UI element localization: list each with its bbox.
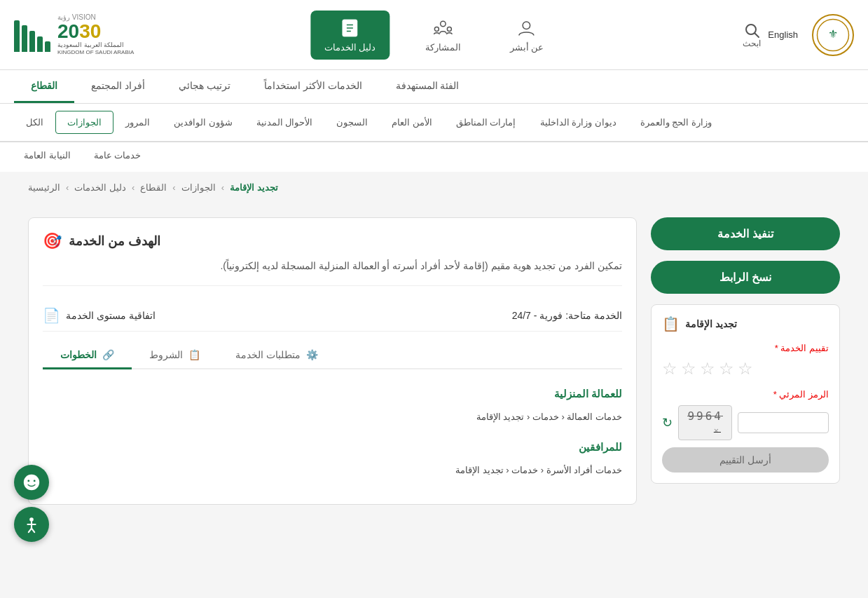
nav-service-guide-label: دليل الخدمات (324, 42, 376, 53)
breadcrumb-current: تجديد الإقامة (230, 182, 278, 193)
sector-diwan[interactable]: ديوان وزارة الداخلية (528, 111, 628, 134)
goal-header: الهدف من الخدمة 🎯 (43, 232, 622, 250)
sector-prosecution[interactable]: النيابة العامة (14, 146, 81, 165)
tab-conditions-label: الشروط (149, 349, 183, 360)
svg-point-13 (27, 480, 29, 482)
tab-most-used[interactable]: الخدمات الأكثر استخداماً (247, 70, 379, 103)
sector-security[interactable]: الأمن العام (380, 111, 444, 134)
goal-title: الهدف من الخدمة (69, 233, 160, 249)
kingdom-text: المملكة العربية السعودية (57, 41, 124, 49)
header-right: ⚜ ابحث English (743, 14, 854, 56)
star-4[interactable]: ☆ (719, 359, 734, 379)
star-5[interactable]: ☆ (738, 359, 753, 379)
sla-agreement: اتفاقية مستوى الخدمة 📄 (43, 307, 156, 324)
sector-passports[interactable]: الجوازات (55, 111, 113, 134)
tabs-bar: الفئة المستهدفة الخدمات الأكثر استخداماً… (0, 70, 868, 104)
captcha-input[interactable] (738, 412, 829, 433)
star-1[interactable]: ☆ (662, 359, 677, 379)
star-2[interactable]: ☆ (681, 359, 696, 379)
step-group-domestic: للعمالة المنزلية خدمات العمالة ‹ خدمات ‹… (43, 383, 622, 426)
sector-hajj[interactable]: وزارة الحج والعمرة (628, 111, 724, 134)
breadcrumb: تجديد الإقامة › الجوازات › القطاع › دليل… (0, 172, 868, 203)
step-group-companions: للمرافقين خدمات أفراد الأسرة ‹ خدمات ‹ ت… (43, 437, 622, 480)
search-button[interactable]: ابحث (743, 22, 761, 48)
rating-label: تقييم الخدمة * (662, 343, 829, 353)
nav-item-about[interactable]: عن أبشر (496, 11, 558, 60)
sectors-bar: وزارة الحج والعمرة ديوان وزارة الداخلية … (0, 104, 868, 142)
svg-point-14 (34, 480, 36, 482)
availability-label: الخدمة متاحة: فورية - 24/7 (512, 310, 622, 321)
tab-alphabetical[interactable]: ترتيب هجائي (162, 70, 247, 103)
service-title: تجديد الإقامة (685, 318, 737, 329)
stars-container: ☆ ☆ ☆ ☆ ☆ (662, 359, 829, 379)
step-companions-path: خدمات أفراد الأسرة ‹ خدمات ‹ تجديد الإقا… (43, 461, 622, 480)
english-link[interactable]: English (768, 29, 798, 40)
captcha-refresh-button[interactable]: ↻ (662, 415, 673, 430)
chat-smiley-button[interactable] (14, 465, 49, 500)
nav-item-participation[interactable]: المشاركة (411, 11, 475, 60)
copy-link-button[interactable]: نسخ الرابط (651, 261, 840, 294)
tab-requirements-icon: ⚙️ (306, 349, 318, 360)
captcha-section: الرمز المرئي * 9964 ✕ ↻ (662, 389, 829, 440)
svg-point-7 (447, 27, 451, 31)
tab-conditions[interactable]: 📋 الشروط (132, 342, 218, 369)
sector-emirates[interactable]: إمارات المناطق (444, 111, 528, 134)
execute-service-button[interactable]: تنفيذ الخدمة (651, 217, 840, 250)
goal-description: تمكين الفرد من تجديد هوية مقيم (إقامة لأ… (43, 257, 622, 286)
tab-steps[interactable]: 🔗 الخطوات (43, 342, 132, 369)
breadcrumb-service-guide[interactable]: دليل الخدمات (74, 182, 126, 193)
captcha-image: 9964 ✕ (678, 405, 732, 440)
breadcrumb-home[interactable]: الرئيسية (28, 182, 60, 193)
search-label: ابحث (743, 39, 761, 48)
star-3[interactable]: ☆ (700, 359, 715, 379)
tab-steps-icon: 🔗 (102, 349, 114, 360)
sector-expats[interactable]: شؤون الوافدين (162, 111, 244, 134)
captcha-row: 9964 ✕ ↻ (662, 405, 829, 440)
goal-icon: 🎯 (43, 232, 62, 250)
sector-traffic[interactable]: المرور (113, 111, 162, 134)
tab-society[interactable]: أفراد المجتمع (74, 70, 162, 103)
submit-rating-button[interactable]: أرسل التقييم (662, 447, 829, 473)
svg-text:⚜: ⚜ (828, 28, 838, 40)
main-content: تنفيذ الخدمة نسخ الرابط تجديد الإقامة 📋 … (0, 203, 868, 519)
sla-icon: 📄 (43, 307, 60, 324)
tab-sector[interactable]: القطاع (14, 70, 74, 103)
service-card: تجديد الإقامة 📋 تقييم الخدمة * ☆ ☆ ☆ ☆ ☆… (651, 304, 840, 484)
sector-all[interactable]: الكل (14, 111, 55, 134)
sector-general-services[interactable]: خدمات عامة (84, 146, 151, 165)
abshir-logo (14, 17, 50, 52)
main-header: ⚜ ابحث English عن أبشر (0, 0, 868, 70)
service-title-row: تجديد الإقامة 📋 (662, 315, 829, 332)
breadcrumb-passports[interactable]: الجوازات (181, 182, 216, 193)
svg-point-4 (523, 22, 531, 29)
tabs-container: الفئة المستهدفة الخدمات الأكثر استخداماً… (14, 70, 854, 103)
tab-requirements[interactable]: ⚙️ متطلبات الخدمة (218, 342, 336, 369)
kingdom-en: KINGDOM OF SAUDI ARABIA (57, 49, 134, 56)
sector-prison[interactable]: السجون (324, 111, 380, 134)
tab-steps-label: الخطوات (60, 349, 97, 360)
vision-year: 2030 (57, 22, 101, 41)
nav-item-service-guide[interactable]: دليل الخدمات (310, 11, 390, 60)
content-tabs: ⚙️ متطلبات الخدمة 📋 الشروط 🔗 الخطوات (43, 342, 622, 369)
svg-point-5 (440, 21, 446, 27)
service-icon: 📋 (662, 315, 680, 332)
step-domestic-title: للعمالة المنزلية (43, 383, 622, 405)
step-companions-title: للمرافقين (43, 437, 622, 458)
nav-participation-label: المشاركة (425, 42, 461, 53)
tab-target[interactable]: الفئة المستهدفة (379, 70, 476, 103)
breadcrumb-sector[interactable]: القطاع (140, 182, 167, 193)
tab-requirements-label: متطلبات الخدمة (235, 349, 301, 360)
main-panel: الهدف من الخدمة 🎯 تمكين الفرد من تجديد ه… (28, 217, 637, 505)
steps-content: للعمالة المنزلية خدمات العمالة ‹ خدمات ‹… (43, 383, 622, 480)
saudi-emblem: ⚜ (812, 14, 854, 56)
floating-buttons (14, 465, 49, 519)
vision-logo: VISION رؤية 2030 المملكة العربية السعودي… (57, 13, 134, 55)
svg-point-6 (434, 27, 439, 31)
nav-about-label: عن أبشر (510, 42, 544, 53)
accessibility-button[interactable] (14, 507, 49, 519)
sector-civil[interactable]: الأحوال المدنية (244, 111, 325, 134)
header-nav: عن أبشر المشاركة دليل الخدمات (310, 11, 558, 60)
captcha-label: الرمز المرئي * (662, 389, 829, 400)
svg-point-15 (29, 517, 34, 519)
header-left: VISION رؤية 2030 المملكة العربية السعودي… (14, 13, 134, 55)
